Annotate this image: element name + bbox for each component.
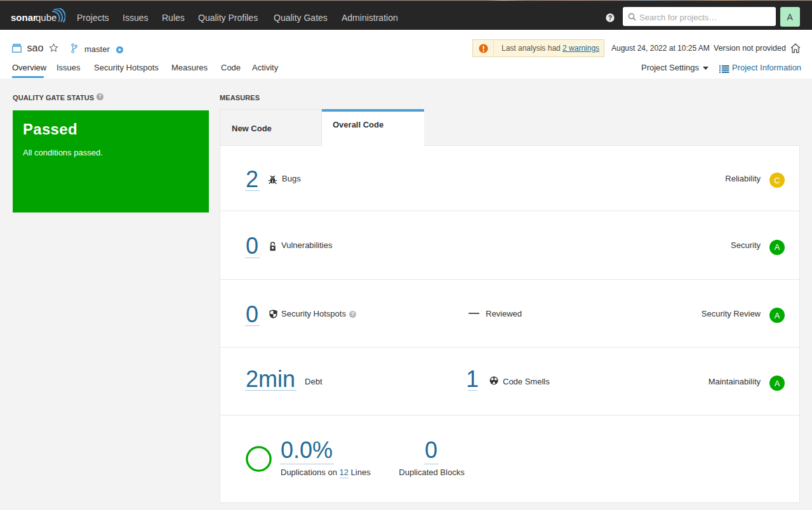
svg-text:qube: qube: [36, 12, 57, 23]
svg-text:?: ?: [351, 311, 354, 317]
svg-text:sonar: sonar: [11, 12, 37, 23]
svg-text:?: ?: [98, 94, 102, 100]
svg-text:?: ?: [608, 15, 612, 22]
